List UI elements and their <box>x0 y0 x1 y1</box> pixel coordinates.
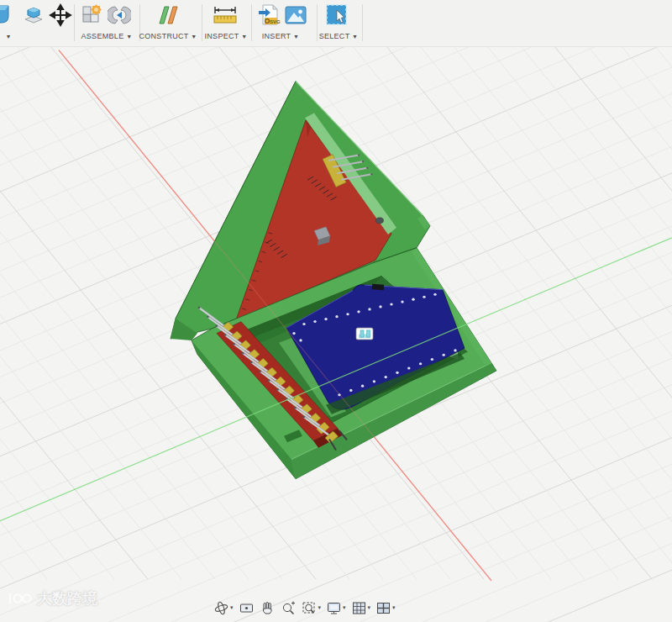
zoom-button[interactable] <box>279 599 298 617</box>
move-icon[interactable] <box>49 3 72 27</box>
dropdown-arrow: ▾ <box>343 604 346 611</box>
inspect-panel-label[interactable]: INSPECT ▼ <box>202 32 250 40</box>
grid-and-snaps-button[interactable]: ▾ <box>349 599 373 617</box>
dropdown-arrow: ▾ <box>230 604 234 611</box>
toolbar-divider <box>362 4 363 41</box>
select-icon[interactable] <box>324 3 349 27</box>
modify-panel-label[interactable]: ▼ <box>0 32 17 40</box>
dropdown-arrow: ▼ <box>241 34 247 40</box>
dropdown-arrow: ▼ <box>352 34 358 40</box>
toolbar-divider <box>251 4 252 41</box>
dropdown-arrow: ▾ <box>318 604 322 611</box>
fusion-app-window: ▼ ASSEMBLE ▼ <box>0 0 672 622</box>
dropdown-arrow: ▼ <box>293 34 299 40</box>
construct-panel-label[interactable]: CONSTRUCT ▼ <box>136 32 200 40</box>
viewports-button[interactable]: ▾ <box>374 599 397 617</box>
dropdown-arrow: ▼ <box>191 34 197 40</box>
press-pull-icon[interactable] <box>22 3 45 27</box>
pcb-mount-hole <box>376 218 384 224</box>
white-component-badge <box>356 328 373 340</box>
ribbon-toolbar: ▼ ASSEMBLE ▼ <box>0 0 672 47</box>
dropdown-arrow: ▾ <box>392 604 396 611</box>
insert-image-icon[interactable] <box>284 3 307 27</box>
model-viewport[interactable] <box>0 46 672 622</box>
dropdown-arrow: ▼ <box>5 34 11 40</box>
select-panel-label[interactable]: SELECT ▼ <box>315 32 362 40</box>
insert-svg-icon[interactable]: SVG <box>257 3 281 27</box>
new-component-icon[interactable] <box>81 3 104 27</box>
svg-text:SVG: SVG <box>270 19 281 24</box>
joint-icon[interactable] <box>108 3 131 27</box>
look-at-button[interactable] <box>237 599 256 617</box>
dropdown-arrow: ▾ <box>368 604 371 611</box>
assemble-panel-label[interactable]: ASSEMBLE ▼ <box>74 32 139 40</box>
dropdown-arrow: ▼ <box>126 34 132 40</box>
measure-icon[interactable] <box>212 3 239 27</box>
fit-button[interactable]: ▾ <box>300 599 323 617</box>
pan-button[interactable] <box>258 599 277 617</box>
insert-panel-label[interactable]: INSERT ▼ <box>256 32 305 40</box>
board-black-component <box>372 284 384 290</box>
construction-plane-icon[interactable] <box>155 3 181 27</box>
orbit-button[interactable]: ▾ <box>212 599 235 617</box>
fillet-icon[interactable] <box>0 3 17 27</box>
display-settings-button[interactable]: ▾ <box>324 599 348 617</box>
view-navigation-bar: ▾ ▾ <box>212 598 397 618</box>
